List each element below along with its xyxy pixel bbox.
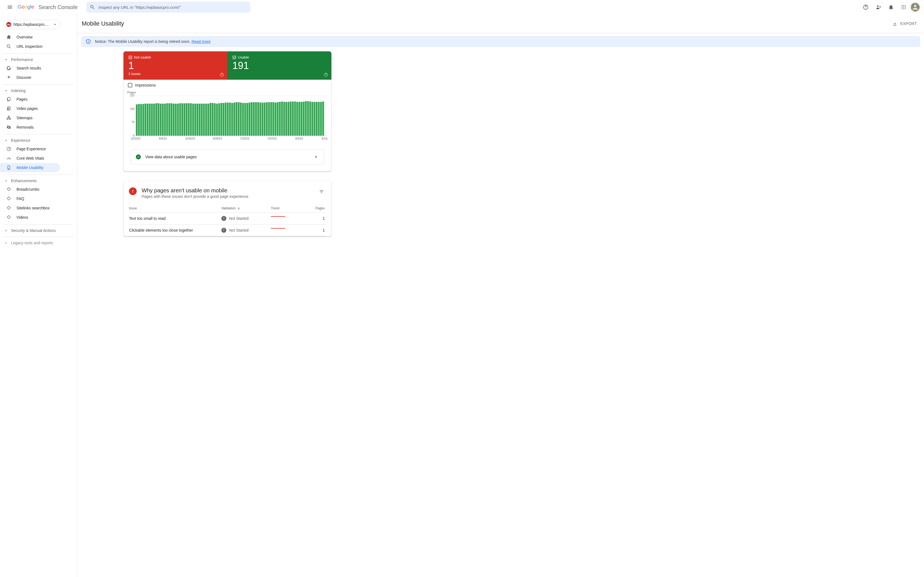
svg-point-9	[902, 8, 903, 9]
svg-point-21	[8, 169, 9, 169]
usable-score[interactable]: Usable 191	[228, 52, 331, 80]
status-badge-icon: !	[221, 228, 226, 233]
cwv-icon	[6, 156, 11, 161]
status-badge-icon: !	[221, 216, 226, 221]
svg-rect-59	[188, 103, 189, 136]
sidebar-item-url-inspection[interactable]: URL inspection	[0, 42, 77, 51]
google-logo-icon: Google	[18, 4, 37, 10]
help-icon[interactable]	[324, 73, 328, 77]
svg-rect-15	[8, 116, 10, 117]
svg-point-10	[903, 8, 904, 9]
filter-icon	[319, 189, 324, 195]
issues-card: ! Why pages aren't usable on mobile Page…	[123, 181, 331, 236]
svg-rect-47	[162, 103, 164, 136]
search-input[interactable]	[99, 5, 247, 10]
svg-rect-121	[322, 135, 324, 136]
sidebar-item-mobile-usability[interactable]: Mobile Usability	[0, 163, 60, 172]
svg-point-3	[902, 5, 903, 6]
svg-rect-95	[266, 102, 268, 136]
svg-rect-118	[316, 102, 317, 136]
svg-text:8/15/23: 8/15/23	[322, 137, 328, 140]
svg-point-5	[905, 5, 906, 6]
svg-rect-49	[166, 103, 168, 136]
sidebar-item-core-web-vitals[interactable]: Core Web Vitals	[0, 153, 77, 163]
sidebar-section-security[interactable]: Security & Manual Actions	[0, 227, 77, 234]
video-pages-icon	[6, 106, 11, 111]
svg-rect-96	[268, 102, 270, 136]
svg-rect-116	[311, 102, 313, 136]
svg-text:7/22/23: 7/22/23	[267, 137, 277, 140]
sidebar-item-breadcrumbs[interactable]: Breadcrumbs	[0, 185, 77, 194]
sort-arrow-icon	[237, 206, 241, 210]
svg-text:5/23/23: 5/23/23	[131, 137, 140, 140]
view-usable-pages-link[interactable]: View data about usable pages	[131, 150, 324, 164]
sidebar-section-legacy[interactable]: Legacy tools and reports	[0, 239, 77, 247]
svg-rect-107	[292, 102, 294, 136]
not-usable-score[interactable]: Not usable 1 2 issues	[123, 52, 228, 80]
notifications-button[interactable]	[885, 2, 897, 13]
chevron-down-icon	[4, 179, 8, 183]
sidebar-section-performance[interactable]: Performance	[0, 56, 77, 63]
score-label: Not usable	[134, 55, 151, 60]
svg-rect-79	[231, 103, 233, 136]
issue-row[interactable]: Text too small to read ! Not Started 1	[129, 213, 326, 224]
sidebar-section-label: Indexing	[11, 89, 26, 93]
notice-link[interactable]: Read more	[191, 39, 210, 44]
link-row-label: View data about usable pages	[145, 155, 309, 159]
sidebar-item-sitelinks-searchbox[interactable]: Sitelinks searchbox	[0, 203, 77, 213]
col-validation[interactable]: Validation	[221, 206, 271, 210]
sidebar-section-indexing[interactable]: Indexing	[0, 87, 77, 95]
hamburger-menu-button[interactable]	[5, 2, 15, 13]
sidebar-section-experience[interactable]: Experience	[0, 137, 77, 144]
svg-point-11	[905, 8, 906, 9]
svg-rect-122	[322, 102, 324, 135]
property-selector[interactable]: wp https://wpbasicpro....	[3, 20, 60, 29]
sidebar-item-overview[interactable]: Overview	[0, 32, 77, 42]
checkbox-icon	[128, 83, 132, 87]
url-inspect-search[interactable]	[86, 2, 250, 13]
discover-icon	[6, 75, 11, 80]
sidebar-item-removals[interactable]: Removals	[0, 122, 77, 132]
sidebar-item-videos[interactable]: Videos	[0, 213, 77, 222]
apps-button[interactable]	[898, 2, 909, 13]
export-button[interactable]: EXPORT	[890, 19, 919, 28]
svg-rect-71	[214, 103, 216, 136]
svg-rect-119	[318, 102, 320, 136]
filter-button[interactable]	[317, 187, 326, 196]
issues-subtitle: Pages with these issues don't provide a …	[142, 194, 248, 199]
sidebar-item-label: Search results	[16, 66, 41, 70]
help-button[interactable]	[860, 2, 871, 13]
account-avatar[interactable]	[911, 3, 919, 11]
sidebar-section-label: Security & Manual Actions	[11, 228, 56, 233]
sidebar-item-label: Page Experience	[16, 147, 46, 151]
issue-row[interactable]: Clickable elements too close together ! …	[129, 224, 326, 236]
sidebar-section-enhancements[interactable]: Enhancements	[0, 177, 77, 185]
svg-rect-65	[201, 103, 203, 136]
svg-point-8	[905, 6, 906, 7]
svg-rect-89	[253, 102, 255, 136]
svg-rect-86	[246, 103, 248, 136]
sidebar-item-discover[interactable]: Discover	[0, 73, 77, 82]
impressions-toggle[interactable]: Impressions	[123, 80, 331, 91]
svg-rect-68	[207, 103, 209, 136]
diamond-icon	[6, 206, 11, 211]
issues-title: Why pages aren't usable on mobile	[142, 187, 248, 194]
sidebar-item-video-pages[interactable]: Video pages	[0, 104, 77, 113]
info-icon	[86, 39, 91, 44]
chevron-down-icon	[4, 138, 8, 143]
sidebar-item-pages[interactable]: Pages	[0, 95, 77, 104]
sidebar-item-faq[interactable]: FAQ	[0, 194, 77, 203]
help-icon[interactable]	[220, 73, 224, 77]
svg-rect-93	[262, 103, 263, 136]
users-button[interactable]	[873, 2, 884, 13]
svg-rect-53	[175, 103, 176, 136]
svg-rect-73	[218, 103, 220, 136]
sidebar-item-sitemaps[interactable]: Sitemaps	[0, 113, 77, 122]
sidebar-item-page-experience[interactable]: Page Experience	[0, 144, 77, 153]
sidebar-item-label: URL inspection	[16, 44, 42, 48]
svg-rect-111	[300, 102, 302, 136]
logo[interactable]: Google Search Console	[18, 4, 78, 10]
svg-rect-91	[257, 102, 259, 136]
sidebar-item-search-results[interactable]: Search results	[0, 63, 77, 73]
svg-rect-80	[233, 103, 235, 136]
